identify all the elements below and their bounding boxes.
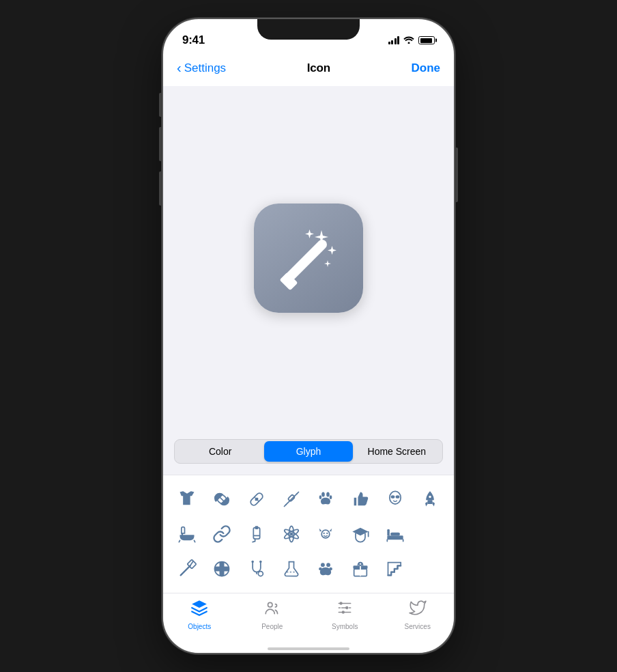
svg-rect-24 — [253, 528, 259, 539]
svg-point-46 — [259, 560, 262, 563]
svg-point-63 — [342, 611, 345, 613]
back-label: Settings — [184, 61, 226, 75]
svg-line-22 — [180, 540, 180, 542]
svg-rect-19 — [427, 500, 432, 504]
people-tab-icon — [263, 599, 281, 621]
svg-point-61 — [340, 602, 343, 604]
empty-icon-1 — [414, 518, 446, 550]
svg-point-14 — [319, 495, 322, 499]
tab-services[interactable]: Services — [394, 599, 442, 630]
svg-point-48 — [321, 563, 325, 567]
status-time: 9:41 — [182, 33, 205, 47]
svg-point-20 — [429, 496, 431, 499]
graduation-icon[interactable] — [345, 518, 377, 550]
svg-point-55 — [268, 602, 272, 607]
svg-rect-35 — [387, 535, 403, 540]
svg-rect-36 — [390, 533, 400, 536]
home-indicator-area — [163, 649, 454, 653]
icon-preview-container — [254, 86, 363, 431]
tab-people-label: People — [261, 623, 283, 630]
tshirt-icon[interactable] — [171, 484, 203, 516]
done-button[interactable]: Done — [411, 61, 440, 75]
svg-rect-37 — [387, 529, 390, 535]
svg-point-49 — [327, 563, 331, 567]
segment-glyph[interactable]: Glyph — [264, 441, 352, 462]
content-area — [163, 86, 454, 431]
svg-rect-7 — [255, 498, 259, 501]
status-icons — [388, 36, 435, 46]
chevron-left-icon: ‹ — [177, 60, 182, 76]
inhaler-icon[interactable] — [241, 518, 273, 550]
app-icon-preview — [254, 204, 363, 313]
svg-point-62 — [345, 606, 348, 609]
atom-icon[interactable] — [275, 518, 307, 550]
tab-symbols[interactable]: Symbols — [321, 599, 369, 630]
segment-homescreen[interactable]: Home Screen — [353, 441, 441, 462]
tab-people[interactable]: People — [248, 599, 296, 630]
svg-line-23 — [195, 540, 195, 542]
tab-symbols-label: Symbols — [332, 623, 358, 630]
signal-icon — [388, 36, 400, 44]
bed-icon[interactable] — [379, 518, 412, 550]
segment-color[interactable]: Color — [176, 441, 264, 462]
bath-icon[interactable] — [171, 518, 203, 550]
svg-rect-9 — [287, 494, 295, 502]
svg-point-18 — [395, 495, 399, 499]
svg-rect-42 — [215, 566, 229, 571]
segment-control: Color Glyph Home Screen — [174, 439, 443, 464]
page-title: Icon — [307, 61, 330, 75]
medical-cross-icon[interactable] — [206, 552, 238, 585]
tab-services-label: Services — [405, 623, 431, 630]
svg-line-38 — [181, 565, 190, 575]
link-icon[interactable] — [206, 518, 238, 550]
wand-icon[interactable] — [171, 552, 203, 585]
svg-point-6 — [258, 501, 259, 502]
svg-point-5 — [254, 496, 255, 498]
objects-tab-icon — [190, 599, 208, 621]
bandage-icon[interactable] — [241, 484, 273, 516]
svg-point-12 — [322, 492, 326, 497]
syringe-icon[interactable] — [275, 484, 307, 516]
segment-container: Color Glyph Home Screen — [163, 431, 454, 475]
services-tab-icon — [409, 599, 427, 621]
home-indicator — [268, 647, 349, 650]
alien-icon[interactable] — [379, 484, 412, 516]
rocket-icon[interactable] — [414, 484, 446, 516]
svg-line-11 — [297, 492, 298, 494]
pawprint-icon[interactable] — [310, 484, 342, 516]
svg-point-17 — [390, 495, 394, 499]
svg-line-0 — [288, 244, 322, 279]
tab-objects[interactable]: Objects — [175, 599, 223, 630]
stethoscope-icon[interactable] — [241, 552, 273, 585]
icons-grid — [171, 481, 446, 587]
back-button[interactable]: ‹ Settings — [177, 61, 226, 76]
svg-point-13 — [327, 492, 330, 497]
battery-icon — [418, 36, 435, 44]
svg-point-44 — [258, 571, 263, 576]
svg-point-29 — [289, 533, 293, 536]
flask-icon[interactable] — [275, 552, 307, 585]
nav-bar: ‹ Settings Icon Done — [163, 52, 454, 86]
stairs-icon[interactable] — [379, 552, 412, 585]
empty-icon-2 — [414, 552, 446, 585]
thumbsup-icon[interactable] — [345, 484, 377, 516]
svg-point-45 — [251, 560, 254, 563]
dog-icon[interactable] — [310, 518, 342, 550]
gift-icon[interactable] — [345, 552, 377, 585]
svg-point-31 — [324, 533, 325, 534]
svg-line-10 — [284, 505, 285, 506]
tab-objects-label: Objects — [188, 623, 211, 630]
svg-rect-25 — [255, 526, 259, 529]
pill-icon[interactable] — [206, 484, 238, 516]
power-button — [455, 148, 458, 202]
svg-line-40 — [190, 561, 194, 565]
wifi-icon — [403, 36, 414, 46]
symbols-tab-icon — [336, 599, 354, 621]
svg-marker-33 — [352, 528, 368, 536]
svg-point-32 — [327, 533, 328, 534]
paw-icon[interactable] — [310, 552, 342, 585]
icons-grid-area — [163, 475, 454, 593]
tab-bar: Objects People — [163, 593, 454, 649]
svg-point-15 — [330, 495, 332, 499]
notch — [257, 19, 360, 40]
